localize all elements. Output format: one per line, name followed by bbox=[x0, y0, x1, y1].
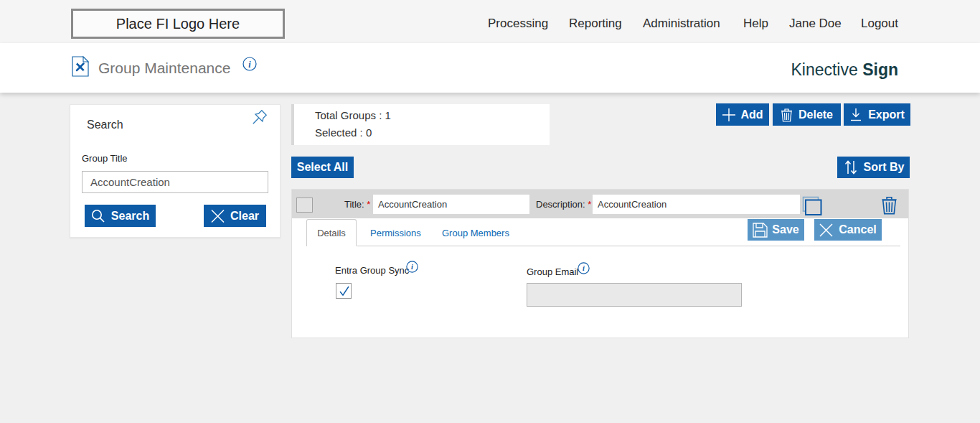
svg-text:i: i bbox=[583, 264, 585, 272]
svg-text:i: i bbox=[411, 263, 413, 271]
svg-text:i: i bbox=[248, 60, 251, 70]
